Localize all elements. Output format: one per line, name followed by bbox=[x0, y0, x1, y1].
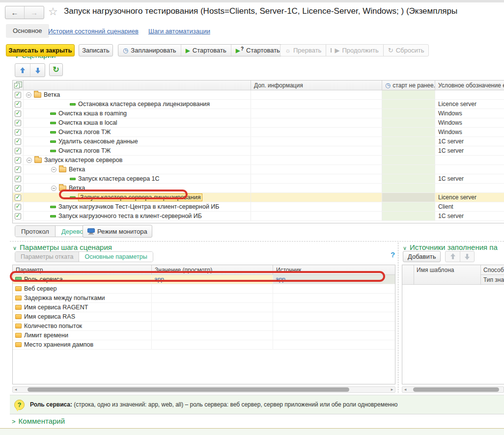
param-column-header[interactable]: Параметр bbox=[13, 265, 152, 274]
designation-cell[interactable]: 1C server bbox=[435, 137, 504, 146]
designation-cell[interactable]: Licence server bbox=[435, 193, 504, 202]
tree-row[interactable]: ✓ Запуск нагрузчиков Тест-Центра в клиен… bbox=[13, 202, 504, 212]
dop-info-cell[interactable] bbox=[251, 202, 382, 211]
start-not-earlier-cell[interactable] bbox=[382, 118, 435, 127]
scroll-left-icon[interactable]: ◂ bbox=[13, 387, 19, 392]
param-name-cell[interactable]: Место хранения дампов bbox=[13, 340, 152, 349]
start-not-earlier-cell[interactable] bbox=[382, 212, 435, 220]
tree-cell[interactable]: Запуск нагрузочного теста в клиент-серве… bbox=[24, 212, 251, 220]
fill-sources-section-header[interactable]: ∨Источники заполнения па bbox=[403, 243, 504, 251]
dop-info-cell[interactable] bbox=[251, 146, 382, 155]
tree-row[interactable]: ✓ Запуск кластеров серверов bbox=[13, 156, 504, 165]
row-checkbox[interactable]: ✓ bbox=[13, 118, 24, 127]
tree-cell[interactable]: Ветка bbox=[24, 90, 251, 99]
dop-info-cell[interactable] bbox=[251, 90, 382, 99]
sources-move-down-button[interactable] bbox=[460, 251, 474, 262]
tab-state-history[interactable]: История состояний сценариев bbox=[48, 27, 139, 35]
row-checkbox[interactable]: ✓ bbox=[13, 174, 24, 183]
row-checkbox[interactable]: ✓ bbox=[13, 128, 24, 136]
value-column-header[interactable]: Значение (просмотр) bbox=[152, 265, 273, 274]
start-column-header[interactable]: ◷старт не ранее... bbox=[382, 81, 435, 90]
dop-info-cell[interactable] bbox=[251, 109, 382, 118]
save-and-close-button[interactable]: Записать и закрыть bbox=[6, 44, 75, 56]
designation-cell[interactable]: 1C server bbox=[435, 174, 504, 183]
start-not-earlier-cell[interactable] bbox=[382, 128, 435, 136]
value-type-column-header[interactable]: Тип знач bbox=[481, 275, 504, 285]
dop-info-cell[interactable] bbox=[251, 193, 382, 202]
sources-horizontal-scrollbar[interactable]: ◂ bbox=[402, 386, 504, 393]
move-down-button[interactable] bbox=[30, 64, 45, 77]
tree-row[interactable]: ✓ Ветка bbox=[13, 90, 504, 100]
start-not-earlier-cell[interactable] bbox=[382, 137, 435, 146]
fill-method-column-header[interactable]: Способ з bbox=[481, 265, 504, 275]
param-value-cell[interactable]: app bbox=[152, 275, 273, 284]
source-column-header[interactable]: Источник bbox=[273, 265, 395, 274]
row-checkbox[interactable]: ✓ bbox=[13, 109, 24, 118]
schedule-button[interactable]: ◷ Запланировать bbox=[118, 45, 181, 56]
param-source-cell[interactable] bbox=[273, 340, 395, 349]
tree-row[interactable]: ✓ Очистка логов ТЖ Windows bbox=[13, 128, 504, 137]
designation-cell[interactable]: Windows bbox=[435, 128, 504, 136]
back-button[interactable]: ← bbox=[5, 6, 25, 19]
start-not-earlier-cell[interactable] bbox=[382, 165, 435, 174]
param-row[interactable]: Задержка между попытками bbox=[13, 294, 395, 303]
param-row[interactable]: Роль сервиса app app bbox=[13, 275, 395, 284]
tree-row[interactable]: ✓ Запуск нагрузочного теста в клиент-сер… bbox=[13, 212, 504, 221]
designation-cell[interactable] bbox=[435, 156, 504, 164]
scroll-right-icon[interactable]: ▸ bbox=[389, 387, 395, 392]
designation-cell[interactable]: 1C server bbox=[435, 212, 504, 220]
tree-cell[interactable]: Запуск кластера сервера лицензирования bbox=[24, 193, 251, 202]
start-button[interactable]: ▶ Стартовать bbox=[181, 45, 231, 56]
dop-info-cell[interactable] bbox=[251, 137, 382, 146]
tree-row[interactable]: ✓ Удалить сеансовые данные 1C server bbox=[13, 137, 504, 146]
protocol-view-button[interactable]: Протокол bbox=[15, 226, 55, 237]
params-horizontal-scrollbar[interactable]: ◂ ▸ bbox=[12, 386, 395, 393]
row-checkbox[interactable]: ✓ bbox=[13, 156, 24, 164]
start-not-earlier-cell[interactable] bbox=[382, 109, 435, 118]
dop-info-cell[interactable] bbox=[251, 100, 382, 109]
collapse-icon[interactable] bbox=[26, 92, 31, 98]
collapse-icon[interactable] bbox=[51, 186, 56, 191]
row-checkbox[interactable]: ✓ bbox=[13, 193, 24, 202]
row-checkbox[interactable]: ✓ bbox=[13, 184, 24, 192]
favorite-star-icon[interactable]: ☆ bbox=[48, 6, 58, 18]
row-checkbox[interactable]: ✓ bbox=[13, 212, 24, 220]
designation-cell[interactable]: 1C server bbox=[435, 146, 504, 155]
panel-splitter[interactable] bbox=[398, 243, 398, 393]
tree-row[interactable]: ✓ Запуск кластера сервера лицензирования… bbox=[13, 193, 504, 202]
designation-cell[interactable]: Client bbox=[435, 202, 504, 211]
tree-row[interactable]: ✓ Остановка кластера сервера лицензирова… bbox=[13, 100, 504, 109]
param-source-cell[interactable] bbox=[273, 312, 395, 321]
param-source-cell[interactable] bbox=[273, 322, 395, 330]
param-name-cell[interactable]: Лимит времени bbox=[13, 331, 152, 340]
template-name-column-header[interactable]: Имя шаблона bbox=[414, 265, 481, 285]
tree-cell[interactable]: Запуск кластера сервера 1С bbox=[24, 174, 251, 183]
param-row[interactable]: Лимит времени bbox=[13, 331, 395, 340]
tree-cell[interactable]: Остановка кластера сервера лицензировани… bbox=[24, 100, 251, 109]
collapse-icon[interactable] bbox=[51, 167, 56, 172]
row-checkbox[interactable]: ✓ bbox=[13, 146, 24, 155]
tab-rollback-params[interactable]: Параметры отката bbox=[15, 252, 79, 262]
start-not-earlier-cell[interactable] bbox=[382, 174, 435, 183]
tree-row[interactable]: ✓ Запуск кластера сервера 1С 1C server bbox=[13, 174, 504, 184]
param-row[interactable]: Веб сервер bbox=[13, 284, 395, 294]
param-name-cell[interactable]: Роль сервиса bbox=[13, 275, 152, 284]
monitor-mode-button[interactable]: Режим монитора bbox=[83, 225, 152, 238]
param-source-cell[interactable] bbox=[273, 294, 395, 302]
row-checkbox[interactable]: ✓ bbox=[13, 202, 24, 211]
start-not-earlier-cell[interactable] bbox=[382, 90, 435, 99]
row-checkbox[interactable]: ✓ bbox=[13, 90, 24, 99]
row-checkbox[interactable]: ✓ bbox=[13, 100, 24, 109]
tree-cell[interactable]: Запуск кластеров серверов bbox=[24, 156, 251, 164]
save-button[interactable]: Записать bbox=[79, 44, 113, 56]
tab-main[interactable]: Основное bbox=[6, 24, 49, 38]
param-value-cell[interactable] bbox=[152, 331, 273, 340]
param-value-cell[interactable] bbox=[152, 312, 273, 321]
tree-cell[interactable]: Очистка логов ТЖ bbox=[24, 146, 251, 155]
designation-cell[interactable] bbox=[435, 184, 504, 192]
select-all-header[interactable]: ✓ bbox=[13, 81, 24, 90]
interrupt-button[interactable]: ☼ Прервать bbox=[280, 45, 326, 56]
param-name-cell[interactable]: Имя сервиса RAS bbox=[13, 312, 152, 321]
param-row[interactable]: Имя сервиса RAGENT bbox=[13, 303, 395, 312]
param-value-cell[interactable] bbox=[152, 294, 273, 302]
